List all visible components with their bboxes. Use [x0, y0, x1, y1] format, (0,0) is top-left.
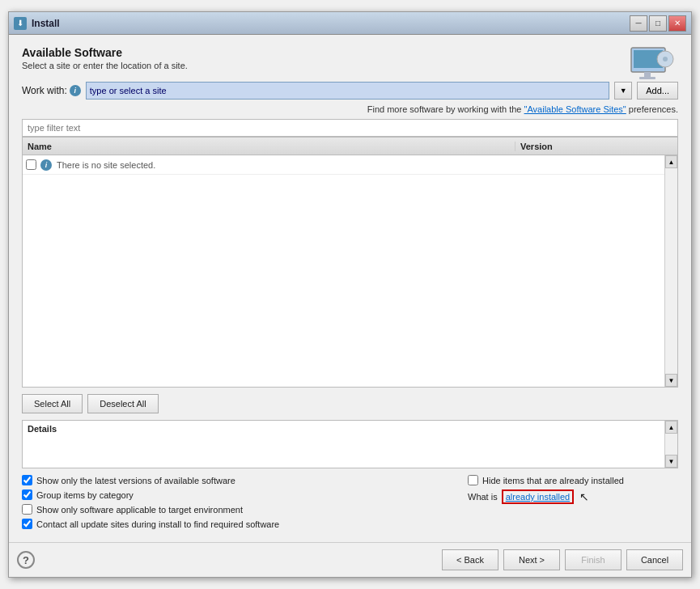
footer-buttons: < Back Next > Finish Cancel [442, 549, 683, 570]
available-software-sites-link[interactable]: "Available Software Sites" [524, 104, 626, 114]
minimize-button[interactable]: ─ [630, 15, 647, 32]
option-hide-installed-check[interactable] [468, 475, 478, 485]
table-scrollbar[interactable]: ▲ ▼ [664, 155, 677, 387]
scroll-down-arrow[interactable]: ▼ [665, 374, 677, 387]
install-window: ⬇ Install ─ □ ✕ Available Software Selec… [8, 11, 692, 578]
already-installed-link[interactable]: already installed [502, 489, 575, 504]
details-label: Details [28, 424, 57, 434]
scroll-up-arrow[interactable]: ▲ [665, 155, 677, 168]
window-controls: ─ □ ✕ [630, 15, 686, 32]
next-button[interactable]: Next > [503, 549, 560, 570]
find-more-row: Find more software by working with the "… [22, 104, 678, 114]
option-latest-versions-check[interactable] [22, 475, 32, 485]
close-button[interactable]: ✕ [668, 15, 686, 32]
help-button[interactable]: ? [17, 551, 35, 569]
option-target-env: Show only software applicable to target … [22, 504, 452, 515]
option-group-by-category-check[interactable] [22, 489, 32, 500]
option-group-by-category: Group items by category [22, 489, 452, 500]
details-scroll-up[interactable]: ▲ [665, 421, 677, 434]
back-button[interactable]: < Back [442, 549, 498, 570]
title-bar: ⬇ Install ─ □ ✕ [9, 12, 691, 35]
what-is-installed-row: What is already installed ↖ [468, 489, 678, 504]
row-info-icon: i [39, 155, 53, 175]
svg-point-3 [663, 57, 668, 61]
options-right: Hide items that are already installed Wh… [468, 475, 678, 529]
page-subtitle: Select a site or enter the location of a… [22, 61, 622, 70]
table-row: i There is no site selected. [23, 155, 664, 175]
option-latest-versions: Show only the latest versions of availab… [22, 475, 452, 485]
work-with-input[interactable] [86, 82, 609, 100]
action-buttons: Select All Deselect All [22, 388, 678, 420]
window-icon: ⬇ [14, 17, 27, 30]
row-check-input[interactable] [26, 159, 36, 170]
deselect-all-button[interactable]: Deselect All [87, 394, 158, 413]
options-left: Show only the latest versions of availab… [22, 475, 452, 529]
option-contact-sites: Contact all update sites during install … [22, 519, 452, 529]
filter-input[interactable] [28, 123, 672, 133]
window-title: Install [32, 18, 630, 29]
svg-rect-4 [644, 72, 651, 77]
info-icon: i [70, 85, 81, 96]
details-scrollbar[interactable]: ▲ ▼ [664, 421, 677, 468]
top-section: Available Software Select a site or ente… [22, 46, 678, 78]
row-label: There is no site selected. [53, 160, 664, 170]
option-contact-sites-check[interactable] [22, 519, 32, 529]
option-target-env-check[interactable] [22, 504, 32, 515]
svg-rect-5 [639, 77, 655, 79]
col-header-name: Name [23, 142, 515, 151]
cursor-indicator: ↖ [579, 490, 589, 503]
details-scroll-down[interactable]: ▼ [665, 455, 677, 468]
cancel-button[interactable]: Cancel [626, 549, 683, 570]
filter-box [22, 119, 678, 137]
options-section: Show only the latest versions of availab… [22, 475, 678, 529]
work-with-row: Work with: i ▼ Add... [22, 82, 678, 100]
details-section: Details ▲ ▼ [22, 420, 678, 468]
software-table: Name Version i There is no site selected… [22, 137, 678, 388]
table-rows-container: i There is no site selected. [23, 155, 664, 387]
finish-button[interactable]: Finish [565, 549, 622, 570]
main-content: Available Software Select a site or ente… [9, 35, 691, 542]
work-with-label: Work with: i [22, 85, 81, 96]
select-all-button[interactable]: Select All [22, 394, 83, 413]
computer-icon [628, 46, 675, 87]
table-header: Name Version [23, 138, 677, 155]
footer-left: ? [17, 551, 35, 569]
page-title: Available Software [22, 46, 622, 59]
option-hide-installed: Hide items that are already installed [468, 475, 678, 485]
col-header-version: Version [515, 142, 677, 151]
maximize-button[interactable]: □ [649, 15, 667, 32]
footer: ? < Back Next > Finish Cancel [9, 542, 691, 577]
row-checkbox[interactable] [23, 155, 39, 175]
table-body: i There is no site selected. ▲ ▼ [23, 155, 677, 387]
